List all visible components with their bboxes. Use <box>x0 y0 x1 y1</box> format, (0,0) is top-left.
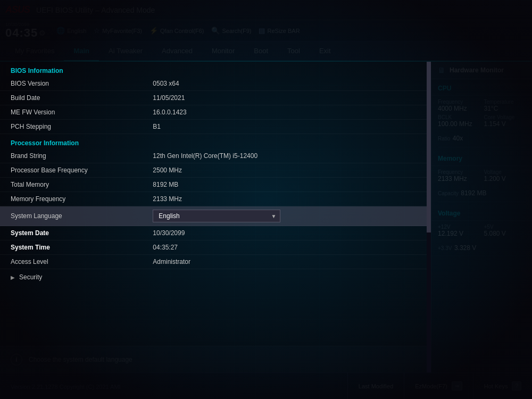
access-level-label: Access Level <box>11 258 142 265</box>
me-fw-value: 16.0.0.1423 <box>142 109 416 116</box>
system-language-label: System Language <box>11 212 142 220</box>
brand-string-row: Brand String 12th Gen Intel(R) Core(TM) … <box>0 149 427 163</box>
build-date-row: Build Date 11/05/2021 <box>0 91 427 105</box>
pch-stepping-value: B1 <box>142 123 416 130</box>
processor-info-section-title: Processor Information <box>0 134 427 149</box>
proc-freq-row: Processor Base Frequency 2500 MHz <box>0 163 427 178</box>
me-fw-label: ME FW Version <box>11 109 142 116</box>
scrollbar-thumb[interactable] <box>427 62 431 232</box>
system-language-select[interactable]: English Simplified Chinese Traditional C… <box>153 210 280 222</box>
system-time-row[interactable]: System Time 04:35:27 <box>0 240 427 255</box>
chevron-right-icon: ▶ <box>11 275 15 280</box>
bios-info-section-title: BIOS Information <box>0 62 427 77</box>
bios-version-value: 0503 x64 <box>142 80 416 87</box>
system-language-dropdown-wrapper: English Simplified Chinese Traditional C… <box>142 210 416 222</box>
total-memory-label: Total Memory <box>11 181 142 188</box>
brand-string-value: 12th Gen Intel(R) Core(TM) i5-12400 <box>142 152 416 160</box>
access-level-value: Administrator <box>142 258 416 265</box>
security-row[interactable]: ▶ Security <box>0 269 427 285</box>
me-fw-row: ME FW Version 16.0.0.1423 <box>0 105 427 120</box>
total-memory-row: Total Memory 8192 MB <box>0 178 427 192</box>
dropdown-container[interactable]: English Simplified Chinese Traditional C… <box>153 210 280 222</box>
system-date-label: System Date <box>11 229 142 237</box>
total-memory-value: 8192 MB <box>142 181 416 188</box>
bios-version-label: BIOS Version <box>11 80 142 87</box>
build-date-value: 11/05/2021 <box>142 94 416 102</box>
system-date-value: 10/30/2099 <box>142 229 416 237</box>
system-language-row[interactable]: System Language English Simplified Chine… <box>0 206 427 226</box>
scrollbar[interactable] <box>427 62 431 372</box>
pch-stepping-label: PCH Stepping <box>11 123 142 130</box>
system-time-label: System Time <box>11 244 142 251</box>
pch-stepping-row: PCH Stepping B1 <box>0 120 427 134</box>
system-date-row[interactable]: System Date 10/30/2099 <box>0 226 427 240</box>
mem-freq-row: Memory Frequency 2133 MHz <box>0 192 427 206</box>
build-date-label: Build Date <box>11 94 142 102</box>
access-level-row: Access Level Administrator <box>0 255 427 269</box>
security-label: Security <box>19 273 42 281</box>
brand-string-label: Brand String <box>11 152 142 160</box>
main-content-area: BIOS Information BIOS Version 0503 x64 B… <box>0 62 427 346</box>
mem-freq-value: 2133 MHz <box>142 195 416 203</box>
proc-freq-label: Processor Base Frequency <box>11 167 142 174</box>
bios-version-row: BIOS Version 0503 x64 <box>0 77 427 91</box>
system-time-value: 04:35:27 <box>142 244 416 251</box>
proc-freq-value: 2500 MHz <box>142 167 416 174</box>
mem-freq-label: Memory Frequency <box>11 195 142 203</box>
